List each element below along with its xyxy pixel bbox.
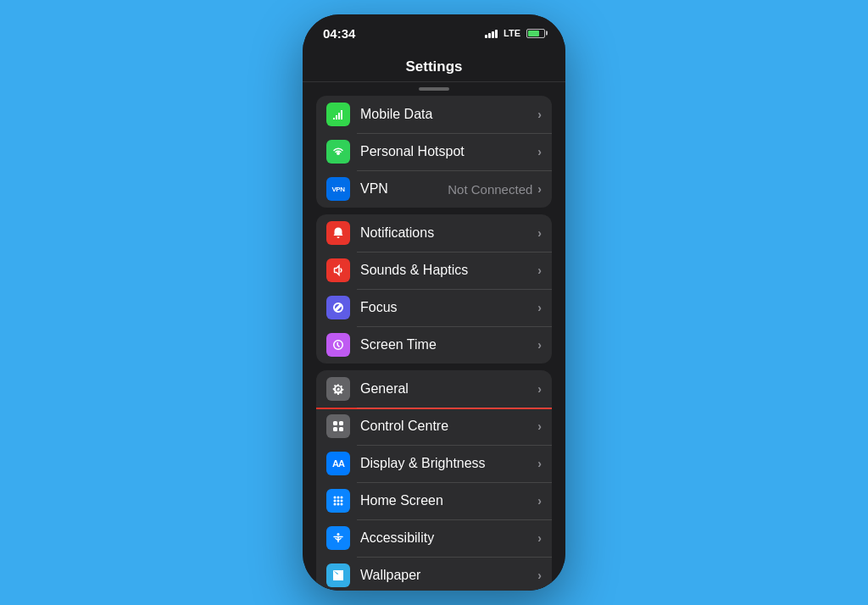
signal-bars-icon <box>485 28 498 38</box>
status-bar: 04:34 LTE <box>303 14 565 52</box>
general-icon <box>326 377 350 401</box>
control-centre-icon <box>326 414 350 438</box>
svg-rect-1 <box>333 421 337 425</box>
wallpaper-label: Wallpaper <box>360 568 537 583</box>
mobile-data-chevron-icon: › <box>537 108 542 121</box>
settings-row-home-screen[interactable]: Home Screen › <box>316 482 552 519</box>
focus-label: Focus <box>360 300 537 315</box>
screen-time-icon <box>326 333 350 357</box>
status-time: 04:34 <box>323 26 355 41</box>
control-centre-label: Control Centre <box>360 419 537 434</box>
svg-point-9 <box>337 500 340 502</box>
nav-title-bar: Settings <box>303 52 565 82</box>
notifications-icon <box>326 221 350 245</box>
settings-row-vpn[interactable]: VPN VPN Not Connected › <box>316 170 552 208</box>
settings-row-notifications[interactable]: Notifications › <box>316 214 552 252</box>
settings-row-accessibility[interactable]: Accessibility › <box>316 519 552 557</box>
vpn-chevron-icon: › <box>537 182 542 196</box>
page-title: Settings <box>405 58 462 75</box>
display-brightness-label: Display & Brightness <box>360 456 537 471</box>
svg-point-5 <box>334 497 337 499</box>
svg-point-11 <box>334 503 337 506</box>
notifications-chevron-icon: › <box>537 226 542 240</box>
settings-row-control-centre[interactable]: Control Centre › <box>316 408 552 445</box>
sounds-haptics-chevron-icon: › <box>537 264 542 277</box>
accessibility-chevron-icon: › <box>537 531 542 545</box>
svg-rect-2 <box>339 421 343 425</box>
svg-rect-3 <box>333 427 337 431</box>
accessibility-label: Accessibility <box>360 530 537 546</box>
personal-hotspot-icon <box>326 140 350 164</box>
svg-point-12 <box>337 503 340 506</box>
control-centre-chevron-icon: › <box>537 419 542 433</box>
general-chevron-icon: › <box>537 382 542 396</box>
svg-rect-4 <box>339 427 343 431</box>
settings-row-display-brightness[interactable]: AA Display & Brightness › <box>316 445 552 482</box>
accessibility-icon <box>326 526 350 550</box>
vpn-value: Not Connected <box>448 182 532 197</box>
sounds-haptics-icon <box>326 258 350 282</box>
home-screen-icon <box>326 489 350 513</box>
mobile-data-icon <box>326 103 350 126</box>
screen-time-chevron-icon: › <box>537 338 542 352</box>
svg-point-8 <box>334 500 337 502</box>
screen-time-label: Screen Time <box>360 337 537 352</box>
settings-row-screen-time[interactable]: Screen Time › <box>316 326 552 364</box>
focus-icon <box>326 296 350 319</box>
svg-point-6 <box>337 497 340 499</box>
scroll-indicator <box>303 82 565 92</box>
svg-point-10 <box>341 500 343 502</box>
sounds-haptics-label: Sounds & Haptics <box>360 263 537 278</box>
settings-row-general[interactable]: General › <box>316 370 552 408</box>
personal-hotspot-label: Personal Hotspot <box>360 144 537 159</box>
svg-point-14 <box>337 533 340 536</box>
focus-chevron-icon: › <box>537 301 542 314</box>
svg-point-7 <box>341 497 343 499</box>
settings-row-sounds-haptics[interactable]: Sounds & Haptics › <box>316 252 552 289</box>
display-brightness-chevron-icon: › <box>537 457 542 470</box>
svg-point-0 <box>337 152 340 155</box>
vpn-icon: VPN <box>326 177 350 201</box>
wallpaper-icon <box>326 563 350 587</box>
general-label: General <box>360 381 537 397</box>
phone-frame: 04:34 LTE Settings <box>303 14 565 591</box>
vpn-label: VPN <box>360 181 448 197</box>
wallpaper-chevron-icon: › <box>537 569 542 582</box>
home-screen-chevron-icon: › <box>537 494 542 508</box>
settings-group-network: Mobile Data › Personal Hotspot › VPN VPN… <box>316 96 552 208</box>
settings-row-wallpaper[interactable]: Wallpaper › <box>316 557 552 591</box>
settings-row-focus[interactable]: Focus › <box>316 289 552 326</box>
mobile-data-label: Mobile Data <box>360 107 537 122</box>
settings-row-mobile-data[interactable]: Mobile Data › <box>316 96 552 133</box>
notifications-label: Notifications <box>360 225 537 241</box>
svg-point-13 <box>341 503 343 506</box>
lte-label: LTE <box>504 28 520 38</box>
display-brightness-icon: AA <box>326 452 350 475</box>
personal-hotspot-chevron-icon: › <box>537 145 542 158</box>
settings-content: Mobile Data › Personal Hotspot › VPN VPN… <box>303 92 565 591</box>
svg-point-15 <box>340 573 342 575</box>
settings-group-general: General › Control Centre › AA Display & … <box>316 370 552 591</box>
settings-row-personal-hotspot[interactable]: Personal Hotspot › <box>316 133 552 170</box>
battery-icon <box>526 29 545 38</box>
status-icons: LTE <box>485 28 545 38</box>
home-screen-label: Home Screen <box>360 493 537 508</box>
settings-group-notifications: Notifications › Sounds & Haptics › Focus… <box>316 214 552 364</box>
